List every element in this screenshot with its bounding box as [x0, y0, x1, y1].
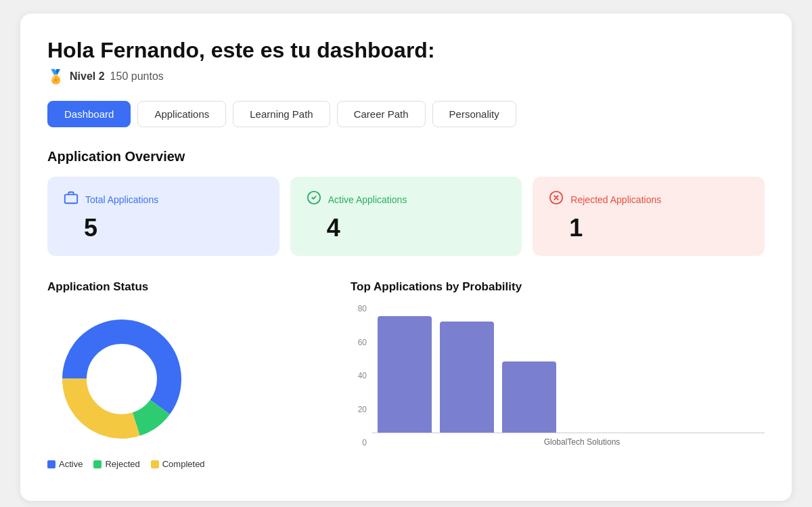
legend-label-rejected: Rejected — [105, 459, 139, 469]
legend-rejected: Rejected — [93, 459, 139, 469]
stat-rejected-header: Rejected Applications — [549, 190, 748, 208]
y-label-40: 40 — [351, 372, 367, 380]
legend-completed: Completed — [151, 459, 205, 469]
svg-rect-0 — [65, 194, 77, 203]
tabs-container: Dashboard Applications Learning Path Car… — [47, 101, 765, 127]
tab-learning-path[interactable]: Learning Path — [233, 101, 330, 127]
app-status-section: Application Status Active — [47, 280, 323, 469]
x-labels: GlobalTech Solutions — [372, 437, 765, 447]
stats-row: Total Applications 5 Active Applications… — [47, 177, 765, 256]
points-text: 150 puntos — [110, 70, 164, 83]
level-row: 🏅 Nivel 2 150 puntos — [47, 68, 765, 85]
bar-1 — [378, 316, 432, 433]
stat-total-value: 5 — [84, 214, 263, 242]
y-label-0: 0 — [351, 439, 367, 447]
bar-2 — [440, 322, 494, 433]
tab-career-path[interactable]: Career Path — [337, 101, 426, 127]
legend-dot-rejected — [93, 460, 102, 468]
y-label-60: 60 — [351, 338, 367, 347]
tab-personality[interactable]: Personality — [432, 101, 516, 127]
bar-chart-section: Top Applications by Probability 0 20 40 … — [351, 280, 765, 469]
legend-active: Active — [47, 459, 83, 469]
level-label: Nivel 2 — [70, 70, 105, 83]
bars-area — [372, 316, 765, 433]
bar-chart-title: Top Applications by Probability — [351, 280, 765, 294]
tab-dashboard[interactable]: Dashboard — [47, 101, 131, 127]
y-label-20: 20 — [351, 405, 367, 414]
legend-label-active: Active — [59, 459, 83, 469]
x-circle-icon — [549, 190, 564, 208]
greeting-title: Hola Fernando, este es tu dashboard: — [47, 38, 765, 63]
overview-title: Application Overview — [47, 149, 765, 164]
stat-active: Active Applications 4 — [290, 177, 522, 256]
y-label-80: 80 — [351, 305, 367, 313]
donut-wrapper: Active Rejected Completed — [47, 305, 323, 469]
briefcase-icon — [64, 190, 78, 208]
stat-rejected-label: Rejected Applications — [570, 194, 661, 205]
tab-applications[interactable]: Applications — [137, 101, 226, 127]
legend-label-completed: Completed — [162, 459, 205, 469]
app-status-title: Application Status — [47, 280, 323, 294]
bar-3 — [502, 361, 556, 433]
donut-legend: Active Rejected Completed — [47, 459, 205, 469]
bottom-row: Application Status Active — [47, 280, 765, 469]
legend-dot-completed — [151, 460, 159, 468]
stat-active-label: Active Applications — [328, 194, 407, 205]
donut-chart — [47, 305, 196, 454]
stat-active-value: 4 — [327, 214, 506, 242]
stat-total-label: Total Applications — [85, 194, 158, 205]
stat-rejected-value: 1 — [569, 214, 748, 242]
stat-total-header: Total Applications — [64, 190, 263, 208]
y-axis: 0 20 40 60 80 — [351, 305, 372, 447]
stat-rejected: Rejected Applications 1 — [533, 177, 765, 256]
x-label: GlobalTech Solutions — [399, 437, 765, 447]
dashboard-card: Hola Fernando, este es tu dashboard: 🏅 N… — [20, 14, 792, 501]
check-circle-icon — [307, 190, 321, 208]
level-icon: 🏅 — [47, 68, 64, 85]
stat-total: Total Applications 5 — [47, 177, 279, 256]
legend-dot-active — [47, 460, 55, 468]
stat-active-header: Active Applications — [307, 190, 506, 208]
